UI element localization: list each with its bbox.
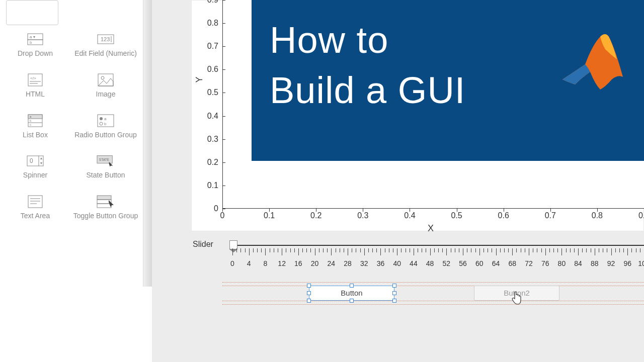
ruler-tick [270,248,270,252]
palette-item-spinner[interactable]: 0 Spinner [0,154,70,179]
alignment-guide [222,286,644,286]
y-tick-label: 0 [214,204,218,213]
x-tick-label: 0.7 [545,211,556,220]
ruler-tick [529,248,529,255]
palette-item-radiogroup[interactable]: ab Radio Button Group [70,114,141,139]
ruler-tick [240,248,241,252]
x-tick [504,209,504,212]
palette-item-editfield-numeric[interactable]: 123 Edit Field (Numeric) [70,32,141,58]
ruler-tick [595,248,595,255]
ruler-label: 44 [410,259,418,267]
ruler-tick [566,248,567,252]
ruler-tick [438,248,439,252]
ruler-tick [356,248,356,252]
y-tick-label: 0.5 [207,88,218,97]
ruler-tick [426,248,426,252]
ruler-tick [286,248,286,252]
ruler-tick [627,248,628,255]
ruler-tick [492,248,492,252]
svg-text:a ▾: a ▾ [30,35,35,39]
palette-item-textarea[interactable]: Text Area [0,195,70,220]
ruler-tick [364,248,365,255]
ruler-tick [442,248,443,252]
selection-handle[interactable] [307,284,311,288]
ruler-tick [257,248,258,252]
ruler-tick [446,248,447,255]
ruler-tick [298,248,299,255]
svg-point-12 [101,76,104,79]
slider-track[interactable] [232,245,644,246]
ruler-tick [615,248,616,252]
y-axis-label: Y [194,76,205,82]
ruler-tick [582,248,583,252]
ruler-tick [549,248,550,252]
x-tick [457,209,457,212]
ruler-tick [397,248,397,255]
ruler-tick [302,248,303,252]
svg-rect-33 [97,196,111,200]
palette-label: State Button [70,171,141,179]
ruler-tick [406,248,406,252]
ruler-tick [236,248,237,252]
ruler-label: 84 [574,259,582,267]
y-tick-label: 0.4 [207,112,218,121]
palette-item-html[interactable]: </> HTML [0,73,70,99]
selection-handle[interactable] [392,291,396,295]
y-tick [222,46,225,47]
alignment-guide [222,301,644,301]
palette-label: Drop Down [0,49,70,58]
selection-handle[interactable] [307,299,311,303]
ruler-tick [537,248,537,252]
component-palette: a ▾b Drop Down 123 Edit Field (Numeric) … [0,32,141,235]
ruler-tick [315,248,315,255]
ruler-label: 52 [443,259,451,267]
ruler-tick [327,248,328,252]
ruler-tick [451,248,451,252]
alignment-guide [222,282,644,283]
x-tick [316,209,316,212]
ruler-tick [274,248,274,252]
title-overlay: How to Build a GUI [252,0,644,161]
selection-handle[interactable] [307,291,311,295]
palette-item-dropdown[interactable]: a ▾b Drop Down [0,32,70,58]
ruler-tick [253,248,254,252]
palette-item-listbox[interactable]: abc List Box [0,114,70,139]
ruler-tick [278,248,278,252]
x-tick [222,209,223,212]
textarea-icon [26,195,44,209]
ruler-tick [570,248,571,252]
ruler-tick [372,248,373,252]
svg-text:b: b [30,40,32,45]
ruler-label: 32 [360,259,368,267]
selection-handle[interactable] [392,284,396,288]
ruler-tick [607,248,607,252]
svg-point-22 [100,122,103,125]
ruler-tick [479,248,480,255]
ruler-tick [360,248,361,252]
y-tick [222,93,225,93]
ruler-tick [455,248,455,252]
ruler-tick [434,248,435,252]
palette-item-image[interactable]: Image [70,73,141,99]
y-tick [222,116,225,117]
canvas-button2[interactable]: Button2 [474,286,559,301]
x-tick [550,209,551,212]
ruler-label: 100 [638,259,644,267]
ruler-tick [488,248,488,252]
ruler-label: 24 [328,259,336,267]
palette-item-statebutton[interactable]: STATE State Button [70,154,141,179]
palette-scrollbar[interactable] [143,0,152,287]
ruler-tick [265,248,266,255]
matlab-logo-icon [557,29,633,95]
palette-item-togglegroup[interactable]: Toggle Button Group [70,195,141,220]
svg-text:123: 123 [101,36,110,42]
ruler-tick [389,248,389,252]
ruler-label: 4 [247,259,251,267]
ruler-tick [352,248,352,252]
selection-handle[interactable] [350,284,354,288]
ruler-tick [578,248,579,255]
y-tick [222,0,225,1]
selection-handle[interactable] [392,299,396,303]
selection-handle[interactable] [350,299,354,303]
svg-text:c: c [30,123,31,126]
